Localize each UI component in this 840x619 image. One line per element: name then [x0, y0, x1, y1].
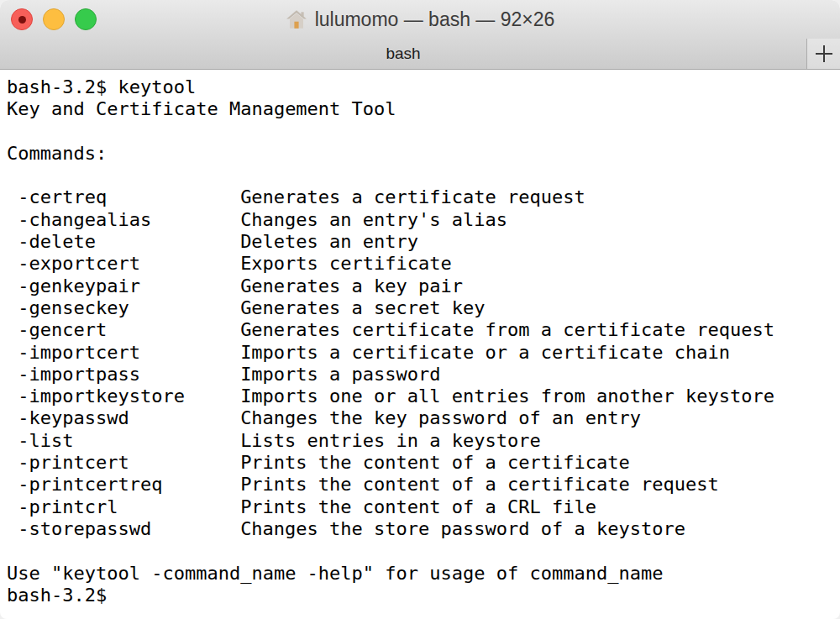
command-description: Prints the content of a certificate: [240, 452, 630, 473]
command-description: Changes an entry's alias: [240, 209, 507, 230]
command-name: -printcrl: [18, 496, 240, 518]
command-description: Lists entries in a keystore: [240, 430, 541, 451]
command-description: Generates certificate from a certificate…: [240, 319, 774, 340]
prompt-line: bash-3.2$ keytool: [7, 76, 833, 98]
terminal-blank-line: [7, 165, 833, 186]
terminal-blank-line: [7, 121, 833, 143]
command-row: -exportcertExports certificate: [7, 253, 833, 275]
new-tab-button[interactable]: [806, 39, 840, 69]
command-row: -genseckeyGenerates a secret key: [7, 297, 833, 319]
window-title: lulumomo — bash — 92×26: [315, 8, 555, 31]
command-name: -gencert: [18, 319, 240, 341]
command-row: -certreqGenerates a certificate request: [7, 186, 833, 208]
command-description: Generates a certificate request: [240, 186, 585, 207]
command-description: Generates a key pair: [240, 275, 463, 296]
plus-icon: [814, 44, 834, 64]
command-description: Deletes an entry: [240, 231, 418, 252]
title-bar[interactable]: lulumomo — bash — 92×26: [0, 0, 840, 39]
command-name: -list: [18, 430, 240, 452]
command-name: -keypasswd: [18, 407, 240, 429]
window-title-group: lulumomo — bash — 92×26: [286, 8, 555, 31]
command-row: -printcertreqPrints the content of a cer…: [7, 474, 833, 496]
tab-bash[interactable]: bash: [0, 39, 806, 69]
command-row: -keypasswdChanges the key password of an…: [7, 407, 833, 429]
command-row: -importkeystoreImports one or all entrie…: [7, 386, 833, 407]
edited-dot-icon: [18, 16, 26, 24]
terminal-window: lulumomo — bash — 92×26 bash bash-3.2$ k…: [0, 0, 840, 619]
final-prompt-line: bash-3.2$: [7, 585, 833, 606]
window-header: lulumomo — bash — 92×26 bash: [0, 0, 840, 70]
usage-line: Use "keytool -command_name -help" for us…: [7, 563, 833, 585]
window-controls: [11, 0, 97, 39]
command-description: Exports certificate: [240, 253, 452, 274]
commands-heading: Commands:: [7, 143, 833, 165]
command-name: -importcert: [18, 342, 240, 364]
command-name: -storepasswd: [18, 518, 240, 540]
command-row: -importcertImports a certificate or a ce…: [7, 342, 833, 364]
command-name: -exportcert: [18, 253, 240, 275]
tab-bar: bash: [0, 39, 840, 69]
command-name: -printcertreq: [18, 474, 240, 496]
command-description: Prints the content of a certificate requ…: [240, 474, 719, 495]
command-name: -printcert: [18, 452, 240, 474]
command-description: Imports a certificate or a certificate c…: [240, 342, 730, 363]
command-row: -deleteDeletes an entry: [7, 231, 833, 253]
command-description: Imports one or all entries from another …: [240, 386, 774, 407]
zoom-button[interactable]: [75, 8, 97, 30]
terminal-output[interactable]: bash-3.2$ keytool Key and Certificate Ma…: [0, 70, 840, 606]
house-icon: [286, 9, 307, 29]
command-description: Prints the content of a CRL file: [240, 496, 596, 517]
command-row: -printcertPrints the content of a certif…: [7, 452, 833, 474]
command-description: Changes the store password of a keystore: [240, 518, 685, 539]
command-row: -genkeypairGenerates a key pair: [7, 275, 833, 297]
command-description: Changes the key password of an entry: [240, 407, 641, 428]
command-row: -printcrlPrints the content of a CRL fil…: [7, 496, 833, 518]
close-button[interactable]: [11, 8, 33, 30]
command-row: -storepasswdChanges the store password o…: [7, 518, 833, 540]
minimize-button[interactable]: [43, 8, 65, 30]
command-name: -genkeypair: [18, 275, 240, 297]
command-name: -certreq: [18, 186, 240, 208]
command-row: -listLists entries in a keystore: [7, 430, 833, 452]
tool-title-line: Key and Certificate Management Tool: [7, 98, 833, 120]
command-name: -importkeystore: [18, 386, 240, 407]
command-row: -gencertGenerates certificate from a cer…: [7, 319, 833, 341]
command-name: -changealias: [18, 209, 240, 231]
tab-label: bash: [386, 45, 420, 63]
command-description: Imports a password: [240, 364, 440, 385]
command-name: -genseckey: [18, 297, 240, 319]
command-row: -importpassImports a password: [7, 364, 833, 386]
terminal-blank-line: [7, 540, 833, 562]
command-name: -importpass: [18, 364, 240, 386]
command-name: -delete: [18, 231, 240, 253]
command-description: Generates a secret key: [240, 297, 485, 318]
command-row: -changealiasChanges an entry's alias: [7, 209, 833, 231]
